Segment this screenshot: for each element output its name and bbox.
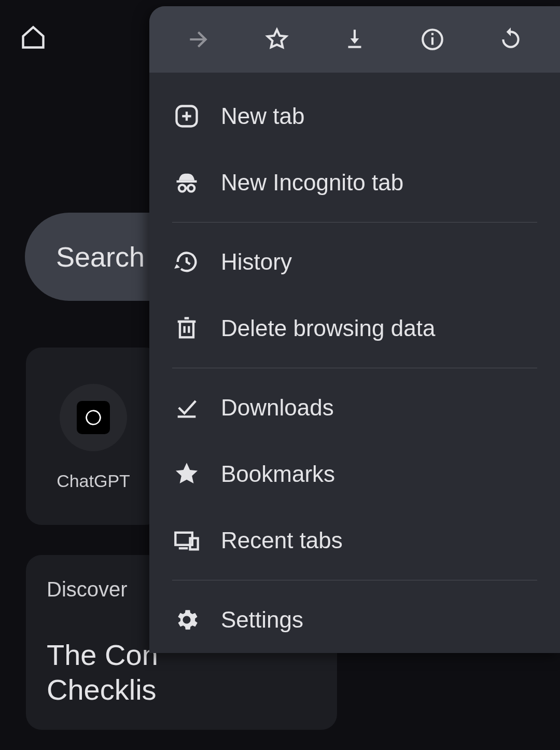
svg-rect-4 [431, 33, 433, 35]
page-info-button[interactable] [412, 19, 453, 60]
history-icon [172, 247, 201, 276]
trash-icon [172, 314, 201, 343]
home-icon [20, 24, 47, 51]
menu-label: Delete browsing data [221, 315, 435, 341]
svg-rect-3 [431, 37, 433, 45]
devices-icon [172, 526, 201, 555]
menu-item-bookmarks[interactable]: Bookmarks [149, 441, 560, 507]
menu-divider [172, 368, 537, 368]
menu-label: New Incognito tab [221, 170, 403, 196]
downloads-done-icon [172, 393, 201, 422]
shortcut-icon-wrap [60, 384, 127, 451]
plus-box-icon [172, 102, 201, 131]
menu-item-history[interactable]: History [149, 229, 560, 295]
menu-item-delete-browsing-data[interactable]: Delete browsing data [149, 295, 560, 362]
menu-item-new-incognito[interactable]: New Incognito tab [149, 149, 560, 216]
reload-icon [498, 26, 524, 52]
svg-rect-12 [179, 547, 188, 549]
overflow-menu: New tab New Incognito tab [149, 6, 560, 653]
download-icon [342, 26, 368, 52]
forward-button [178, 19, 219, 60]
star-outline-icon [264, 26, 290, 52]
svg-point-8 [188, 185, 194, 191]
shortcut-tile-chatgpt[interactable]: ChatGPT [26, 348, 161, 525]
chatgpt-icon [77, 401, 110, 434]
forward-arrow-icon [186, 26, 212, 52]
menu-list: New tab New Incognito tab [149, 73, 560, 653]
bookmark-button[interactable] [256, 19, 298, 60]
menu-item-new-tab[interactable]: New tab [149, 83, 560, 149]
menu-item-recent-tabs[interactable]: Recent tabs [149, 507, 560, 574]
menu-label: Bookmarks [221, 461, 335, 487]
menu-divider [172, 222, 537, 223]
info-icon [419, 26, 445, 52]
search-placeholder: Search [56, 241, 145, 273]
download-page-button[interactable] [334, 19, 375, 60]
svg-rect-9 [180, 322, 193, 337]
menu-divider [172, 580, 537, 580]
svg-rect-1 [348, 46, 361, 48]
menu-label: Recent tabs [221, 527, 343, 553]
menu-item-downloads[interactable]: Downloads [149, 374, 560, 441]
menu-label: Settings [221, 607, 303, 633]
menu-label: Downloads [221, 395, 334, 421]
svg-rect-6 [177, 180, 197, 183]
menu-label: History [221, 249, 292, 275]
shortcut-label: ChatGPT [57, 471, 130, 491]
reload-button[interactable] [490, 19, 531, 60]
menu-label: New tab [221, 103, 304, 129]
svg-point-7 [179, 185, 186, 191]
star-icon [172, 460, 201, 489]
svg-rect-10 [178, 415, 196, 418]
menu-top-row [149, 6, 560, 73]
incognito-icon [172, 168, 201, 197]
gear-icon [172, 605, 201, 634]
home-button[interactable] [17, 21, 50, 54]
menu-item-settings[interactable]: Settings [149, 587, 560, 653]
